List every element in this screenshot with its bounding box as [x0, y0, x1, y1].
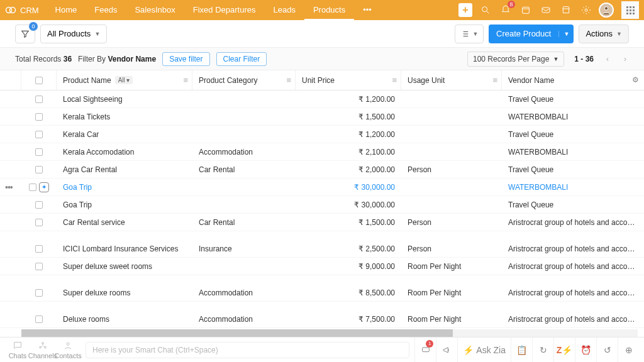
layout-mode[interactable]: ▼ [455, 25, 484, 43]
table-row[interactable]: Kerala AccomodationAccommodation₹ 2,100.… [0, 143, 644, 161]
horizontal-scrollbar[interactable] [21, 329, 638, 337]
nav-item-home[interactable]: Home [47, 0, 86, 20]
col-menu-icon[interactable]: ≡ [286, 75, 291, 85]
col-price[interactable]: Unit Price≡ [296, 70, 401, 90]
checkbox[interactable] [35, 245, 43, 253]
checkbox[interactable] [35, 131, 43, 138]
save-filter-button[interactable]: Save filter [162, 52, 209, 66]
bottom-tab-chats[interactable]: Chats [5, 337, 30, 363]
checkbox[interactable] [35, 315, 43, 323]
cell-vendor[interactable]: WATERBOMBALI [502, 112, 644, 121]
page-next[interactable]: › [621, 55, 629, 63]
select-all-col[interactable] [21, 70, 57, 90]
table-row[interactable]: Super deluxe sweet rooms₹ 9,000.00Room P… [0, 258, 644, 275]
cell-product-name[interactable]: Agra Car Rental [57, 165, 192, 174]
smart-chat-input[interactable] [86, 342, 409, 358]
cell-vendor[interactable]: Travel Queue [502, 200, 644, 209]
row-select[interactable] [21, 148, 57, 156]
store-button[interactable] [557, 1, 575, 19]
row-select[interactable] [21, 315, 57, 323]
page-prev[interactable]: ‹ [604, 55, 611, 63]
cell-vendor[interactable]: Travel Queue [502, 165, 644, 174]
col-menu-icon[interactable]: ≡ [492, 75, 497, 85]
nav-item--[interactable]: ••• [354, 0, 380, 20]
view-selector[interactable]: All Products ▼ [40, 25, 107, 43]
row-select[interactable]: ✦ [21, 182, 57, 192]
cell-product-name[interactable]: Kerala Tickets [57, 112, 192, 121]
cell-vendor[interactable]: Aristrocrat group of hotels and accomoda… [502, 218, 644, 227]
bottom-chat-icon[interactable]: 1 [414, 337, 436, 363]
checkbox[interactable] [35, 148, 43, 156]
checkbox[interactable] [35, 166, 43, 173]
table-row[interactable]: Car Rental serviceCar Rental₹ 1,500.00Pe… [0, 214, 644, 231]
notifications-button[interactable]: 8 [497, 1, 514, 19]
bottom-history-icon[interactable]: ↺ [596, 337, 618, 363]
row-select[interactable] [21, 113, 57, 121]
table-row[interactable]: ICICI Lombard Insurance ServicesInsuranc… [0, 240, 644, 258]
bottom-tab-channels[interactable]: Channels [30, 337, 55, 363]
row-select[interactable] [21, 263, 57, 270]
table-row[interactable]: Kerala Car₹ 1,200.00Travel Queue [0, 126, 644, 143]
row-select[interactable] [21, 201, 57, 209]
cell-product-name[interactable]: Kerala Accomodation [57, 148, 192, 156]
bottom-clipboard-icon[interactable]: 📋 [511, 337, 532, 363]
ask-zia-button[interactable]: ⚡Ask Zia [457, 337, 511, 363]
table-settings-icon[interactable]: ⚙ [632, 75, 639, 84]
row-select[interactable] [21, 219, 57, 226]
cell-vendor[interactable]: Aristrocrat group of hotels and accomoda… [502, 244, 644, 253]
cell-vendor[interactable]: Travel Queue [502, 95, 644, 104]
cell-vendor[interactable]: Aristrocrat group of hotels and accomoda… [502, 315, 644, 324]
cell-product-name[interactable]: Kerala Car [57, 130, 192, 139]
cell-product-name[interactable]: Super deluxe rooms [57, 288, 192, 297]
checkbox[interactable] [35, 289, 43, 297]
row-select[interactable] [21, 289, 57, 297]
create-product-button[interactable]: Create Product ▼ [489, 25, 574, 43]
table-row[interactable]: Deluxe roomsAccommodation₹ 7,500.00Room … [0, 310, 644, 328]
cell-product-name[interactable]: Deluxe rooms [57, 315, 192, 324]
cell-vendor[interactable]: Aristrocrat group of hotels and accomoda… [502, 288, 644, 297]
filter-toggle[interactable]: 0 [15, 25, 35, 43]
bottom-tab-contacts[interactable]: Contacts [55, 337, 80, 363]
bottom-refresh-icon[interactable]: ↻ [532, 337, 553, 363]
col-vendor[interactable]: Vendor Name⚙ [502, 70, 644, 90]
col-menu-icon[interactable]: ≡ [183, 75, 188, 85]
apps-grid-button[interactable] [621, 1, 639, 19]
col-usage[interactable]: Usage Unit≡ [401, 70, 502, 90]
row-select[interactable] [21, 166, 57, 173]
nav-item-fixed-departures[interactable]: Fixed Departures [184, 0, 265, 20]
row-select[interactable] [21, 131, 57, 138]
add-button[interactable]: + [457, 1, 474, 19]
table-row[interactable]: Local Sightseeing₹ 1,200.00Travel Queue [0, 90, 644, 108]
mail-button[interactable] [537, 1, 555, 19]
bottom-add-icon[interactable]: ⊕ [618, 337, 639, 363]
bottom-zia-icon[interactable]: Z⚡ [553, 337, 575, 363]
cell-product-name[interactable]: Local Sightseeing [57, 95, 192, 104]
scrollbar-thumb[interactable] [21, 329, 453, 337]
search-button[interactable] [477, 1, 494, 19]
name-filter-tag[interactable]: All ▾ [115, 76, 133, 84]
settings-button[interactable] [577, 1, 595, 19]
calendar-button[interactable] [517, 1, 535, 19]
checkbox[interactable] [35, 263, 43, 270]
nav-item-feeds[interactable]: Feeds [86, 0, 126, 20]
cell-vendor[interactable]: Aristrocrat group of hotels and accomoda… [502, 262, 644, 271]
cell-product-name[interactable]: Super deluxe sweet rooms [57, 262, 192, 271]
checkbox[interactable] [35, 219, 43, 226]
actions-menu[interactable]: Actions ▼ [579, 25, 629, 43]
col-menu-icon[interactable]: ≡ [392, 75, 397, 85]
cell-product-name[interactable]: Car Rental service [57, 218, 192, 227]
cell-vendor[interactable]: WATERBOMBALI [502, 183, 644, 192]
checkbox[interactable] [35, 96, 43, 103]
brand-logo[interactable]: CRM [5, 4, 39, 16]
nav-item-leads[interactable]: Leads [264, 0, 304, 20]
checkbox[interactable] [35, 113, 43, 121]
smart-chat-search[interactable] [86, 342, 409, 358]
profile-avatar[interactable] [597, 1, 615, 19]
table-row[interactable]: Kerala Tickets₹ 1,500.00WATERBOMBALI [0, 108, 644, 126]
checkbox[interactable] [35, 77, 43, 84]
nav-item-products[interactable]: Products [304, 0, 354, 20]
table-row[interactable]: Super deluxe roomsAccommodation₹ 8,500.0… [0, 284, 644, 302]
cell-product-name[interactable]: ICICI Lombard Insurance Services [57, 244, 192, 253]
row-select[interactable] [21, 245, 57, 253]
clear-filter-button[interactable]: Clear Filter [216, 52, 267, 66]
